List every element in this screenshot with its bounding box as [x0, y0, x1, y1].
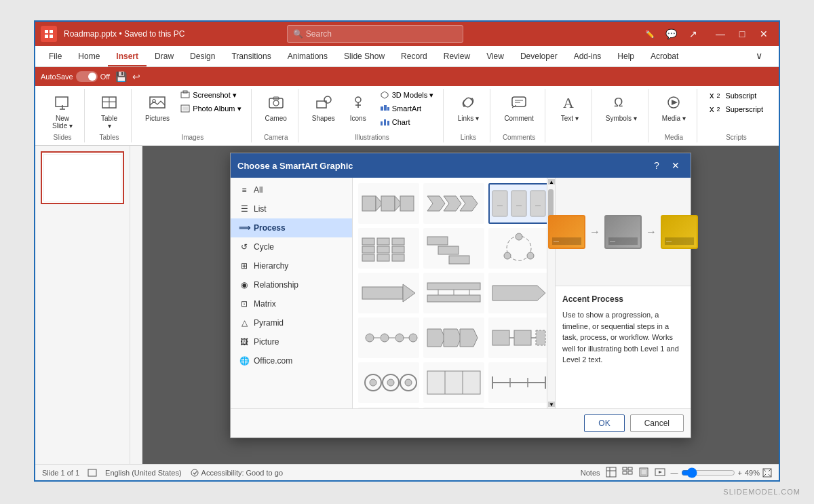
media-icon: [663, 92, 684, 113]
dialog-help-button[interactable]: ?: [648, 157, 665, 174]
dialog-ok-button[interactable]: OK: [584, 414, 624, 432]
tab-acrobat[interactable]: Acrobat: [642, 47, 686, 66]
tab-slideshow[interactable]: Slide Show: [336, 47, 393, 66]
tab-view[interactable]: View: [478, 47, 512, 66]
tab-animations[interactable]: Animations: [279, 47, 336, 66]
tab-help[interactable]: Help: [609, 47, 642, 66]
smartart-item-timeline[interactable]: [423, 273, 484, 313]
smartart-item-continuous-block[interactable]: [488, 317, 547, 358]
smartart-item-chevron-process[interactable]: [423, 183, 484, 224]
screenshot-button[interactable]: Screenshot ▾: [178, 89, 244, 101]
comment-button[interactable]: 💬: [662, 24, 681, 43]
category-all[interactable]: ≡ All: [231, 180, 352, 199]
tab-developer[interactable]: Developer: [512, 47, 566, 66]
zoom-out-button[interactable]: —: [671, 469, 678, 477]
cameo-button[interactable]: Cameo: [261, 89, 291, 125]
accent-process-preview: — → — → —: [548, 215, 698, 249]
zoom-in-button[interactable]: +: [738, 469, 742, 477]
3d-models-button[interactable]: 3D Models ▾: [377, 89, 437, 101]
smartart-item-process-arrows[interactable]: [423, 317, 484, 358]
camera-group-items: Cameo: [261, 89, 291, 132]
comment-button[interactable]: Comment: [500, 89, 537, 125]
category-relationship[interactable]: ◉ Relationship: [231, 275, 352, 294]
smartart-item-circular-bending[interactable]: [488, 228, 547, 269]
photo-album-button[interactable]: Photo Album ▾: [178, 102, 244, 115]
autosave-toggle[interactable]: AutoSave Off: [41, 71, 110, 82]
tab-record[interactable]: Record: [393, 47, 435, 66]
tab-review[interactable]: Review: [435, 47, 478, 66]
tab-design[interactable]: Design: [182, 47, 223, 66]
category-pyramid[interactable]: △ Pyramid: [231, 313, 352, 332]
tab-addins[interactable]: Add-ins: [566, 47, 610, 66]
slide-thumbnail-1[interactable]: 1: [41, 151, 124, 204]
presentation-view-button[interactable]: [655, 467, 665, 479]
save-button[interactable]: 💾: [115, 71, 127, 82]
autosave-switch[interactable]: [76, 71, 98, 82]
dialog-scrollbar[interactable]: ▲ ▼: [547, 178, 555, 408]
category-cycle[interactable]: ↺ Cycle: [231, 237, 352, 256]
dialog-close-button[interactable]: ✕: [667, 157, 684, 174]
text-button[interactable]: A Text ▾: [555, 89, 585, 125]
normal-view-button[interactable]: [606, 467, 617, 479]
category-matrix[interactable]: ⊡ Matrix: [231, 294, 352, 313]
links-button[interactable]: Links ▾: [453, 89, 483, 125]
tab-home[interactable]: Home: [70, 47, 108, 66]
symbols-button[interactable]: Ω Symbols ▾: [602, 89, 641, 125]
undo-button[interactable]: ↩: [132, 71, 140, 82]
tab-draw[interactable]: Draw: [147, 47, 182, 66]
reading-view-button[interactable]: [638, 467, 649, 479]
shapes-label: Shapes: [312, 115, 335, 122]
search-box[interactable]: 🔍: [287, 25, 463, 43]
zoom-slider[interactable]: [681, 467, 735, 478]
dialog-cancel-button[interactable]: Cancel: [630, 414, 684, 432]
tab-transitions[interactable]: Transitions: [223, 47, 279, 66]
smartart-item-staggered[interactable]: [423, 228, 484, 269]
fit-slide-button[interactable]: [762, 468, 772, 478]
search-input[interactable]: [306, 29, 457, 39]
accessibility-icon: [190, 468, 199, 478]
smartart-item-step-up[interactable]: [358, 407, 419, 408]
title-bar: Roadmap.pptx • Saved to this PC 🔍 ✏️ 💬 ↗…: [35, 22, 779, 46]
share-button[interactable]: ↗: [684, 24, 703, 43]
category-list[interactable]: ☰ List: [231, 199, 352, 218]
smartart-item-funnel[interactable]: [358, 317, 419, 358]
smartart-item-big-arrow[interactable]: [488, 273, 547, 313]
smartart-item-horizontal-bullet[interactable]: [488, 362, 547, 403]
chart-button[interactable]: Chart: [377, 116, 437, 128]
smartart-item-sub-step[interactable]: [358, 228, 419, 269]
pictures-button[interactable]: Pictures: [141, 89, 174, 125]
category-office[interactable]: 🌐 Office.com: [231, 351, 352, 370]
new-slide-button[interactable]: NewSlide ▾: [47, 89, 77, 132]
smartart-button[interactable]: SmartArt: [377, 102, 437, 115]
smartart-item-basic-process[interactable]: [358, 183, 419, 224]
category-all-label: All: [254, 185, 263, 195]
category-process[interactable]: ⟹ Process: [231, 218, 352, 237]
smartart-item-accent-process[interactable]: ———: [488, 183, 547, 224]
superscript-button[interactable]: x2 Superscript: [707, 102, 766, 115]
dialog-preview-text: Accent Process Use to show a progression…: [556, 286, 691, 408]
table-button[interactable]: Table▾: [94, 89, 124, 132]
smartart-item-list-process[interactable]: ≡: [423, 407, 484, 408]
ribbon-options-button[interactable]: ∨: [748, 46, 771, 66]
subscript-button[interactable]: x2 Subscript: [707, 89, 766, 102]
close-button[interactable]: ✕: [754, 24, 773, 43]
ribbon-collapse-button[interactable]: ✏️: [640, 24, 659, 43]
tab-file[interactable]: File: [41, 47, 70, 66]
icons-icon: [347, 92, 369, 113]
smartart-item-arrow-process[interactable]: [358, 273, 419, 313]
category-hierarchy[interactable]: ⊞ Hierarchy: [231, 256, 352, 275]
category-office-label: Office.com: [254, 356, 292, 366]
smartart-item-divided-process[interactable]: [423, 362, 484, 403]
notes-button[interactable]: Notes: [581, 469, 600, 477]
tab-insert[interactable]: Insert: [108, 47, 147, 66]
minimize-button[interactable]: —: [711, 24, 730, 43]
category-picture[interactable]: 🖼 Picture: [231, 332, 352, 351]
shapes-button[interactable]: Shapes: [308, 89, 339, 125]
svg-marker-76: [492, 286, 545, 301]
media-button[interactable]: Media ▾: [658, 89, 690, 125]
slide-sorter-button[interactable]: [622, 467, 633, 479]
smartart-item-gear[interactable]: [358, 362, 419, 403]
maximize-button[interactable]: □: [733, 24, 752, 43]
ribbon-group-tables: Table▾ Tables: [88, 89, 132, 142]
icons-button[interactable]: Icons: [343, 89, 373, 125]
